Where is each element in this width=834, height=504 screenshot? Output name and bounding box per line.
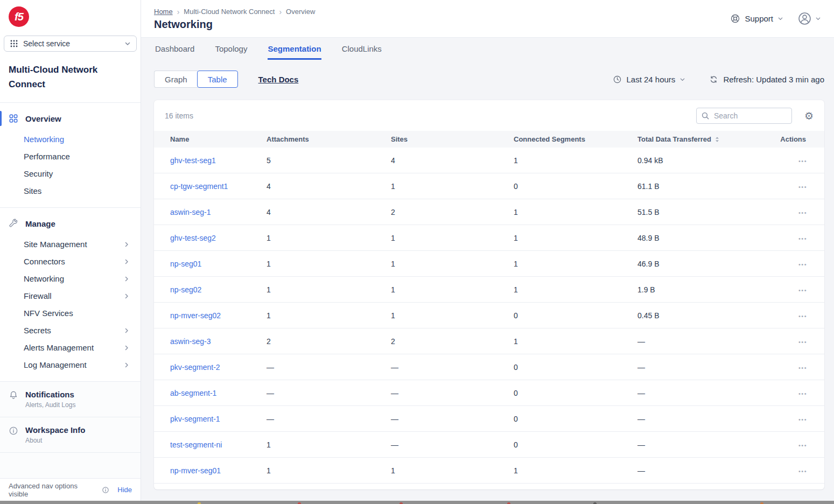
tab-cloudlinks[interactable]: CloudLinks <box>342 44 382 60</box>
segment-name-link[interactable]: test-segment-ni <box>170 440 222 449</box>
sites-value: — <box>391 363 398 372</box>
sidebar-item-alerts-management[interactable]: Alerts Management <box>0 339 141 356</box>
sidebar-item-firewall[interactable]: Firewall <box>0 288 141 305</box>
column-header-total-data-transferred[interactable]: Total Data Transferred <box>637 131 767 148</box>
tab-dashboard[interactable]: Dashboard <box>155 44 194 60</box>
segment-name-link[interactable]: np-mver-seg01 <box>170 466 221 475</box>
chevron-right-icon <box>123 345 130 351</box>
connected-segments-value: 0 <box>514 182 518 191</box>
sidebar-item-security[interactable]: Security <box>0 165 141 183</box>
tech-docs-link[interactable]: Tech Docs <box>258 75 299 84</box>
sidebar-item-sites[interactable]: Sites <box>0 183 141 200</box>
column-header-attachments[interactable]: Attachments <box>267 131 391 148</box>
row-actions-menu-button[interactable]: ••• <box>798 209 807 216</box>
breadcrumb-separator-icon: › <box>279 9 282 15</box>
sites-value: 1 <box>391 182 395 191</box>
sidebar-item-workspace-info[interactable]: Workspace Info About <box>0 417 141 453</box>
table-view-button[interactable]: Table <box>197 71 238 88</box>
total-data-transferred-value: — <box>637 440 645 449</box>
row-actions-menu-button[interactable]: ••• <box>798 365 807 371</box>
table-row: aswin-seg-3221—••• <box>154 328 824 354</box>
account-menu[interactable] <box>797 11 821 26</box>
segment-name-link[interactable]: cp-tgw-segment1 <box>170 182 228 191</box>
sidebar-item-nfv-services[interactable]: NFV Services <box>0 305 141 322</box>
select-service-dropdown[interactable]: Select service <box>4 36 137 52</box>
items-count: 16 items <box>165 111 193 120</box>
sidebar-item-networking[interactable]: Networking <box>0 131 141 148</box>
segment-name-link[interactable]: np-seg01 <box>170 260 201 268</box>
segment-name-link[interactable]: np-seg02 <box>170 285 201 294</box>
hide-advanced-nav-button[interactable]: Hide <box>117 486 132 494</box>
table-row: test-segment-ni1—0—••• <box>154 432 824 458</box>
connected-segments-value: 1 <box>514 156 518 165</box>
sites-value: 1 <box>391 234 395 242</box>
row-actions-menu-button[interactable]: ••• <box>798 235 807 242</box>
refresh-button[interactable]: Refresh: Updated 3 min ago <box>709 75 824 84</box>
segments-table: Name Attachments Sites Connected Segment… <box>154 131 824 484</box>
table-row: np-seg0111146.9 B••• <box>154 251 824 277</box>
sort-icon[interactable] <box>714 136 720 143</box>
info-icon <box>102 486 109 494</box>
attachments-value: 1 <box>267 260 271 268</box>
segment-name-link[interactable]: pkv-segment-1 <box>170 415 220 423</box>
connected-segments-value: 1 <box>514 285 518 294</box>
total-data-transferred-value: — <box>637 337 645 346</box>
attachments-value: — <box>267 415 274 423</box>
row-actions-menu-button[interactable]: ••• <box>798 416 807 423</box>
time-range-selector[interactable]: Last 24 hours <box>613 75 685 84</box>
graph-view-button[interactable]: Graph <box>154 71 198 88</box>
sites-value: — <box>391 389 398 397</box>
connected-segments-value: 0 <box>514 363 518 372</box>
chevron-right-icon <box>123 327 130 334</box>
breadcrumb-item-overview[interactable]: Overview <box>286 8 315 16</box>
row-actions-menu-button[interactable]: ••• <box>798 468 807 474</box>
sites-value: — <box>391 415 398 423</box>
sidebar-item-manage[interactable]: Manage <box>0 214 141 233</box>
sidebar-item-notifications[interactable]: Notifications Alerts, Audit Logs <box>0 382 141 417</box>
tab-topology[interactable]: Topology <box>215 44 247 60</box>
breadcrumb-item-multi-cloud-network-connect[interactable]: Multi-Cloud Network Connect <box>184 8 275 16</box>
row-actions-menu-button[interactable]: ••• <box>798 287 807 293</box>
workspace-title: Multi-Cloud Network Connect <box>0 52 141 103</box>
segment-name-link[interactable]: ghv-test-seg1 <box>170 156 216 165</box>
segment-name-link[interactable]: pkv-segment-2 <box>170 363 220 372</box>
segment-name-link[interactable]: aswin-seg-1 <box>170 208 211 216</box>
sidebar-item-performance[interactable]: Performance <box>0 148 141 165</box>
segment-name-link[interactable]: ab-segment-1 <box>170 389 216 397</box>
sidebar-item-site-management[interactable]: Site Management <box>0 236 141 253</box>
workspace-info-sublabel: About <box>25 437 85 444</box>
total-data-transferred-value: 46.9 B <box>637 260 659 268</box>
row-actions-menu-button[interactable]: ••• <box>798 442 807 449</box>
sidebar-item-networking[interactable]: Networking <box>0 270 141 288</box>
attachments-value: 2 <box>267 337 271 346</box>
row-actions-menu-button[interactable]: ••• <box>798 390 807 397</box>
segment-name-link[interactable]: ghv-test-seg2 <box>170 234 216 242</box>
row-actions-menu-button[interactable]: ••• <box>798 184 807 190</box>
row-actions-menu-button[interactable]: ••• <box>798 339 807 345</box>
sidebar-item-overview[interactable]: Overview <box>0 109 141 128</box>
search-input[interactable] <box>696 108 792 124</box>
breadcrumb-item-home[interactable]: Home <box>154 8 173 16</box>
gear-icon[interactable]: ⚙ <box>804 111 814 121</box>
row-actions-menu-button[interactable]: ••• <box>798 261 807 268</box>
sidebar-item-log-management[interactable]: Log Management <box>0 356 141 374</box>
sidebar-item-secrets[interactable]: Secrets <box>0 322 141 339</box>
total-data-transferred-value: 48.9 B <box>637 234 659 242</box>
row-actions-menu-button[interactable]: ••• <box>798 158 807 164</box>
segment-name-link[interactable]: np-mver-seg02 <box>170 311 221 320</box>
row-actions-menu-button[interactable]: ••• <box>798 313 807 319</box>
column-header-name[interactable]: Name <box>154 131 267 148</box>
attachments-value: 1 <box>267 311 271 320</box>
tab-segmentation[interactable]: Segmentation <box>268 44 321 60</box>
column-header-connected-segments[interactable]: Connected Segments <box>514 131 637 148</box>
sidebar-item-connectors[interactable]: Connectors <box>0 253 141 270</box>
time-range-label: Last 24 hours <box>626 75 675 84</box>
support-menu[interactable]: Support <box>730 13 783 24</box>
connected-segments-value: 1 <box>514 234 518 242</box>
sidebar-item-label: Site Management <box>24 240 87 249</box>
column-header-actions: Actions <box>767 131 824 148</box>
table-header: Name Attachments Sites Connected Segment… <box>154 131 824 148</box>
column-header-sites[interactable]: Sites <box>391 131 514 148</box>
chevron-down-icon <box>777 16 783 22</box>
segment-name-link[interactable]: aswin-seg-3 <box>170 337 211 346</box>
